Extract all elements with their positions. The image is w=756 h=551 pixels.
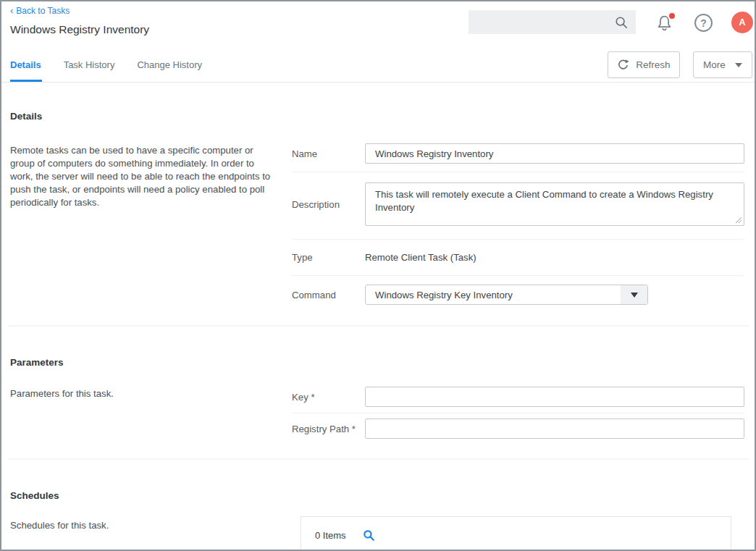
schedules-list-panel: 0 Items — [301, 516, 731, 551]
avatar-initial: A — [739, 17, 745, 28]
search-icon — [615, 16, 628, 29]
notifications-button[interactable] — [655, 13, 676, 35]
schedules-description-text: Schedules for this task. — [10, 519, 274, 532]
name-input[interactable] — [365, 143, 744, 164]
chevron-left-icon: ‹ — [10, 5, 13, 16]
header: ‹Back to Tasks Windows Registry Inventor… — [1, 1, 755, 48]
type-field-row: Type Remote Client Task (Task) — [292, 240, 744, 276]
command-field-label: Command — [292, 290, 365, 300]
details-description-text: Remote tasks can be used to have a speci… — [10, 144, 274, 209]
command-select[interactable]: Windows Registry Key Inventory — [365, 285, 648, 305]
schedules-section-heading: Schedules — [10, 490, 744, 501]
items-count: 0 Items — [315, 530, 346, 541]
name-field-row: Name — [292, 138, 744, 172]
tab-change-history-label: Change History — [137, 59, 202, 70]
tab-details-label: Details — [10, 59, 41, 70]
page-title: Windows Registry Inventory — [10, 23, 149, 36]
resize-handle-icon[interactable] — [735, 216, 742, 224]
registry-path-input[interactable] — [365, 418, 744, 439]
details-section-heading: Details — [10, 111, 744, 122]
command-select-value: Windows Registry Key Inventory — [366, 290, 621, 300]
registry-path-field-row: Registry Path * — [292, 413, 744, 447]
tab-bar: Details Task History Change History Refr… — [1, 48, 755, 83]
description-field-row: Description This task will remotely exec… — [292, 172, 744, 240]
section-divider — [7, 325, 749, 327]
type-field-label: Type — [292, 252, 365, 263]
name-field-label: Name — [292, 148, 365, 159]
schedules-section-description: Schedules for this task. — [10, 516, 292, 532]
global-search-input[interactable] — [469, 17, 615, 28]
parameters-form: Key * Registry Path * — [292, 382, 744, 447]
schedules-form: 0 Items — [292, 516, 744, 551]
tab-change-history[interactable]: Change History — [137, 48, 202, 82]
tab-details[interactable]: Details — [10, 48, 41, 82]
back-link-label: Back to Tasks — [16, 6, 70, 16]
key-field-label: Key * — [292, 392, 365, 403]
refresh-button[interactable]: Refresh — [608, 51, 680, 78]
details-section: Details Remote tasks can be used to have… — [1, 111, 755, 316]
description-field-label: Description — [292, 199, 365, 210]
description-textarea[interactable]: This task will remotely execute a Client… — [365, 182, 744, 226]
main-content: Details Remote tasks can be used to have… — [1, 111, 755, 551]
more-button[interactable]: More — [693, 51, 752, 78]
registry-path-field-label: Registry Path * — [292, 424, 365, 434]
tab-task-history[interactable]: Task History — [64, 48, 115, 82]
parameters-section-description: Parameters for this task. — [10, 382, 292, 400]
search-icon — [363, 529, 375, 542]
back-to-tasks-link[interactable]: ‹Back to Tasks — [10, 5, 70, 16]
parameters-description-text: Parameters for this task. — [10, 387, 274, 400]
app-window: ‹Back to Tasks Windows Registry Inventor… — [0, 0, 756, 551]
schedules-section: Schedules Schedules for this task. 0 Ite… — [1, 490, 755, 551]
global-search-box[interactable] — [469, 10, 636, 34]
tabs: Details Task History Change History — [10, 48, 224, 82]
refresh-icon — [617, 59, 629, 71]
caret-down-icon — [631, 293, 638, 298]
more-label: More — [703, 59, 726, 70]
help-button[interactable]: ? — [694, 14, 713, 32]
schedules-search-button[interactable] — [363, 529, 375, 542]
select-arrow-zone — [621, 285, 647, 304]
parameters-section-heading: Parameters — [10, 357, 744, 368]
schedules-panel-toolbar: 0 Items — [301, 517, 731, 542]
section-divider — [7, 458, 749, 460]
notification-dot — [668, 12, 676, 20]
chevron-down-icon — [735, 63, 742, 67]
parameters-section: Parameters Parameters for this task. Key… — [1, 357, 755, 447]
question-mark-icon: ? — [700, 17, 707, 29]
details-form: Name Description This task will remotely… — [292, 138, 744, 316]
type-value: Remote Client Task (Task) — [365, 252, 476, 263]
key-field-row: Key * — [292, 382, 744, 413]
refresh-label: Refresh — [636, 59, 670, 70]
user-avatar[interactable]: A — [731, 12, 753, 33]
details-section-description: Remote tasks can be used to have a speci… — [10, 138, 292, 209]
command-field-row: Command Windows Registry Key Inventory — [292, 276, 744, 316]
key-input[interactable] — [365, 387, 744, 407]
tab-task-history-label: Task History — [64, 59, 115, 70]
